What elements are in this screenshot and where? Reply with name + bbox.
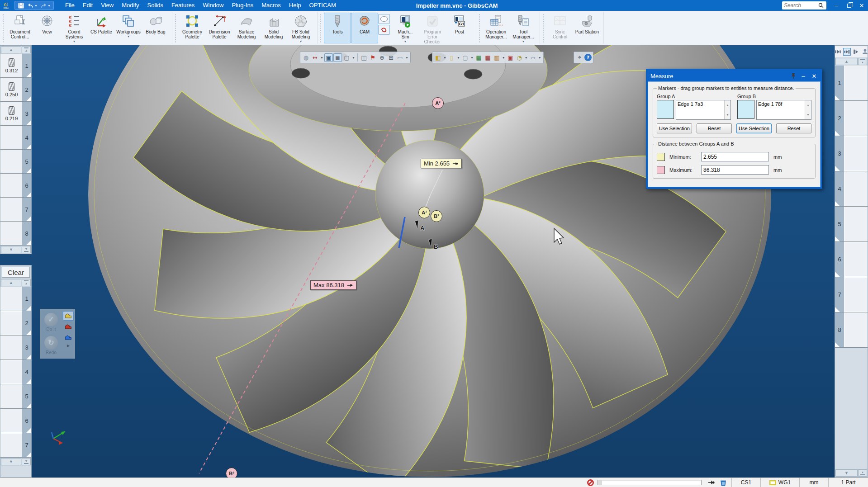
surface-button[interactable]: SurfaceModeling (233, 13, 260, 43)
station-slot-8[interactable]: 8 (835, 312, 868, 348)
operation-slot-3[interactable]: 3 (0, 336, 31, 360)
group-b-use-selection-button[interactable]: Use Selection (736, 123, 772, 133)
group-a-reset-button[interactable]: Reset (697, 123, 732, 133)
dropdown-caret-icon[interactable]: ▼ (470, 56, 474, 59)
operation-slot-6[interactable]: 6 (0, 409, 31, 433)
scroll-up-button[interactable]: ▲ (1, 279, 21, 286)
sheet-yellow-icon[interactable]: ▯ (447, 53, 456, 62)
dropdown-caret-icon[interactable]: ▼ (457, 56, 460, 59)
menu-opticam[interactable]: OPTICAM (305, 0, 340, 11)
dropdown-caret-icon[interactable]: ▼ (299, 40, 303, 43)
marker-a2[interactable]: A² (432, 97, 444, 109)
solid-yellow-button[interactable] (63, 311, 74, 321)
group-b-entry[interactable]: Edge 1 78f (757, 100, 805, 119)
axis-origin-icon[interactable]: ⊕ (378, 53, 386, 62)
pie-quad-icon[interactable]: ◔ (515, 53, 524, 62)
units-indicator[interactable]: mm (799, 478, 828, 487)
solid-blue-button[interactable] (63, 333, 74, 342)
scroll-down-end-button[interactable]: ▼ (858, 469, 867, 477)
restore-button[interactable] (843, 0, 855, 11)
body-bag-button[interactable]: Body Bag (142, 13, 169, 43)
menu-features[interactable]: Features (167, 0, 199, 11)
minimum-value-field[interactable] (701, 152, 769, 161)
group-b-color-swatch[interactable] (737, 100, 754, 119)
part-station-button[interactable]: Part Station (574, 13, 601, 43)
dropdown-caret-icon[interactable]: ▼ (522, 40, 525, 43)
group-grip-icon[interactable] (319, 14, 322, 43)
measure-dialog-titlebar[interactable]: Measure – ✕ (648, 71, 821, 81)
operation-button[interactable]: +++OperationManager... (483, 13, 510, 43)
operation-slot-7[interactable]: 7 (0, 433, 31, 458)
pin-icon[interactable] (708, 479, 715, 486)
dialog-minimize-button[interactable]: – (800, 73, 807, 80)
operation-slot-4[interactable]: 4 (0, 360, 31, 384)
scroll-up-end-button[interactable]: ▲ (858, 58, 867, 65)
minimum-color-swatch[interactable] (657, 153, 665, 161)
workgroups-button[interactable]: Workgroups▼ (115, 13, 142, 43)
scroll-up-end-button[interactable]: ▲ (22, 279, 31, 286)
tool-slot-1[interactable]: 0.3121 (0, 54, 31, 78)
cube-white-icon[interactable]: ▢ (461, 53, 470, 62)
group-grip-icon[interactable] (478, 14, 481, 43)
tool-button[interactable]: ToolManager...▼ (510, 13, 537, 43)
geometry-button[interactable]: GeometryPalette (179, 13, 206, 43)
tool-slot-8[interactable]: 8 (0, 222, 31, 246)
dimension-icon[interactable]: ↔ (311, 53, 319, 62)
operation-slot-5[interactable]: 5 (0, 384, 31, 409)
dropdown-caret-icon[interactable]: ▼ (502, 56, 505, 59)
coord-button[interactable]: CoordSystems▼ (61, 13, 88, 43)
dropdown-caret-icon[interactable]: ▼ (352, 56, 355, 59)
undo-button[interactable]: ▼ (26, 1, 38, 9)
tile-windows-icon[interactable]: ▱ (529, 53, 537, 62)
marker-b1[interactable]: B¹ (431, 210, 442, 222)
pushpin-icon[interactable] (791, 73, 796, 79)
marker-a1[interactable]: A¹ (418, 207, 430, 218)
operation-slot-1[interactable]: 1 (0, 287, 31, 311)
cam-button[interactable]: CAM (351, 13, 378, 43)
station-slot-5[interactable]: 5 (835, 207, 868, 242)
save-button[interactable] (17, 1, 25, 9)
cs-palette-button[interactable]: CS Palette (88, 13, 115, 43)
marker-flag-icon[interactable]: ⚑ (369, 53, 377, 62)
dropdown-caret-icon[interactable]: ▼ (404, 40, 407, 43)
document-button[interactable]: DocumentControl... (6, 13, 33, 43)
station-slot-7[interactable]: 7 (835, 277, 868, 312)
cube-add-icon[interactable]: ⊞ (387, 53, 395, 62)
zoom-fit-icon[interactable]: ⌖ (575, 53, 584, 62)
part-count-indicator[interactable]: 1 Part (828, 478, 868, 487)
scroll-down-button[interactable]: ▼ (835, 469, 858, 477)
group-grip-icon[interactable] (542, 14, 545, 43)
group-a-listbox[interactable]: Edge 1 7a3 ▲▼ (676, 100, 731, 120)
group-grip-icon[interactable] (2, 14, 5, 43)
palette-more-arrow[interactable]: ▶ (67, 344, 70, 348)
menu-plug-ins[interactable]: Plug-Ins (228, 0, 257, 11)
tool-slot-7[interactable]: 7 (0, 198, 31, 222)
station-slot-4[interactable]: 4 (835, 171, 868, 207)
solid-button[interactable]: SolidModeling (260, 13, 287, 43)
search-box[interactable] (782, 1, 826, 9)
scroll-down-end-button[interactable]: ▼ (22, 458, 31, 465)
tool-slot-4[interactable]: 4 (0, 126, 31, 150)
group-grip-icon[interactable] (174, 14, 177, 43)
menu-view[interactable]: View (97, 0, 118, 11)
menu-solids[interactable]: Solids (143, 0, 167, 11)
dropdown-caret-icon[interactable]: ▼ (443, 56, 446, 59)
operator-button[interactable] (861, 48, 868, 56)
scroll-up-icon[interactable]: ▲ (725, 100, 730, 110)
facet-red-icon[interactable]: ▦ (484, 53, 492, 62)
scroll-up-button[interactable]: ▲ (835, 58, 858, 65)
tools-button[interactable]: Tools (324, 13, 351, 43)
trash-icon[interactable] (720, 479, 727, 486)
fb-solid-button[interactable]: FB SolidModeling▼ (287, 13, 314, 43)
scroll-down-end-button[interactable]: ▼ (22, 246, 31, 253)
face-yellow-icon[interactable]: ◧ (434, 53, 442, 62)
min-distance-tag[interactable]: Min 2.655 (421, 159, 462, 168)
dropdown-caret-icon[interactable]: ▼ (538, 56, 541, 59)
station-b-button[interactable] (843, 48, 851, 56)
wg-indicator[interactable]: WG1 (760, 478, 799, 487)
dropdown-caret-icon[interactable]: ▼ (34, 4, 38, 7)
station-slot-3[interactable]: 3 (835, 136, 868, 171)
tool-slot-6[interactable]: 6 (0, 174, 31, 198)
app-logo-icon[interactable]: G 2024 (0, 0, 12, 11)
tool-slot-2[interactable]: 0.2502 (0, 78, 31, 102)
